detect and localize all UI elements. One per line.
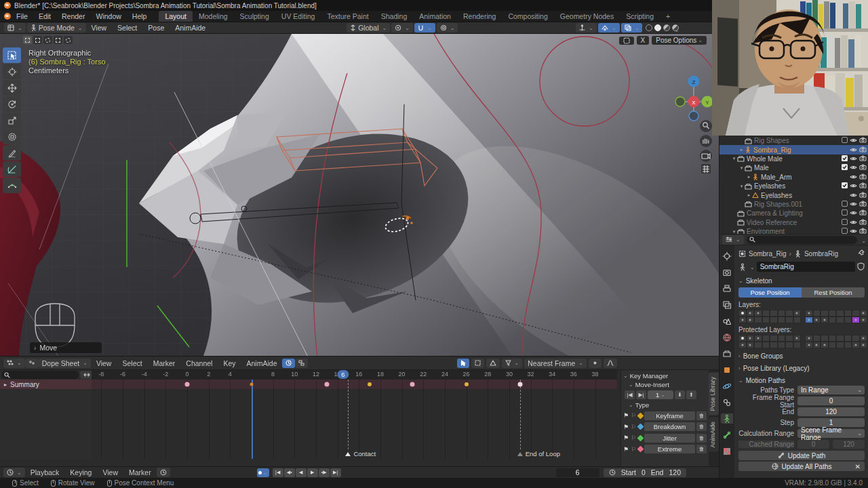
eye-icon[interactable] [850,146,857,154]
jump-to-end-button[interactable]: ▶| [330,468,341,477]
camera-icon[interactable] [859,164,867,171]
fake-user-shield-icon[interactable] [857,262,865,272]
layer-toggle[interactable] [836,310,844,317]
camera-icon[interactable] [859,182,867,190]
layer-toggle[interactable] [860,317,868,323]
jump-right-icon[interactable]: ▶| [636,390,646,399]
tab-bone[interactable] [721,430,733,440]
deselect-flag-icon[interactable]: ⚐ [631,412,637,419]
ds-nla-icon[interactable] [295,359,308,368]
layer-toggle[interactable] [785,310,793,317]
layer-toggle[interactable] [829,310,837,317]
timeline-marker[interactable]: End of Loop [517,450,560,458]
tab-render[interactable] [721,267,733,277]
eye-icon[interactable] [850,137,857,144]
ds-filter-icon[interactable] [502,359,523,368]
layer-toggle[interactable] [762,317,770,323]
play-reverse-button[interactable]: ◀ [296,468,307,477]
layer-toggle[interactable] [770,335,778,342]
end-value[interactable]: 120 [669,468,681,476]
camera-icon[interactable] [859,137,867,144]
outliner-search-input[interactable] [747,236,858,244]
keyframe-dot[interactable] [368,382,372,386]
timeline-menu-item[interactable]: View [97,468,123,476]
layer-toggle[interactable] [829,317,837,323]
pose-options-icon[interactable] [619,37,634,45]
layer-toggle[interactable] [813,335,821,342]
tab-view-layer[interactable] [721,300,733,310]
mode-selector[interactable]: Pose Mode [27,23,86,33]
tab-scene[interactable] [721,316,733,326]
tab-collection[interactable] [721,348,733,359]
annotate-tool[interactable] [3,145,21,161]
editor-type-selector[interactable] [4,23,26,33]
show-overlays-toggle[interactable] [598,23,620,33]
key-type-button[interactable]: Keyframe [644,411,695,420]
rotate-tool[interactable] [3,96,21,112]
workspace-tab-compositing[interactable]: Compositing [502,11,553,22]
ds-menu-item[interactable]: Marker [148,359,181,367]
eye-icon[interactable] [850,201,857,208]
outliner-row[interactable]: ▾Environment [719,227,868,234]
pivot-point-dropdown[interactable] [391,23,413,33]
armature-name-field[interactable]: SombraRig [757,262,855,272]
operator-panel-move[interactable]: Move [30,342,102,353]
ds-errors-icon[interactable] [486,359,500,368]
layer-toggle[interactable] [754,342,762,348]
layer-toggle[interactable] [770,310,778,317]
select-flag-icon[interactable]: ⚑ [623,424,629,430]
close-icon[interactable]: ✕ [855,463,861,470]
layers-grid[interactable] [738,310,865,323]
show-gizmo-dropdown[interactable] [576,23,597,33]
pose-library-panel-header[interactable]: Pose Library (Legacy) [738,363,865,373]
workspace-tab-uv-editing[interactable]: UV Editing [275,11,321,22]
rendered-shading-button[interactable] [672,24,679,31]
viewport-menu-item[interactable]: Select [112,24,142,32]
checkbox-empty-icon[interactable] [842,209,848,217]
timeline-sync-icon[interactable] [157,468,170,477]
camera-icon[interactable] [859,201,867,208]
deselect-flag-icon[interactable]: ⚐ [631,446,637,453]
transform-orientation-dropdown[interactable]: Global [347,23,390,33]
auto-keying-toggle[interactable] [257,468,269,477]
tab-object-data[interactable] [721,413,733,424]
layer-toggle[interactable] [805,335,813,342]
layer-toggle[interactable] [860,335,868,342]
eye-icon[interactable] [850,182,857,190]
pin-icon[interactable] [858,249,865,258]
select-flag-icon[interactable]: ⚑ [623,446,629,453]
checkbox-empty-icon[interactable] [842,219,848,226]
camera-icon[interactable] [859,192,867,199]
keyframe-dot[interactable] [517,382,522,387]
deselect-flag-icon[interactable]: ⚐ [631,434,637,441]
viewport-3d[interactable]: Z Y X [0,34,719,356]
layer-toggle[interactable] [821,342,829,348]
layer-toggle[interactable] [836,317,844,323]
menu-item[interactable]: Edit [33,12,56,20]
camera-icon[interactable] [859,146,867,154]
outliner-row[interactable]: ▸Eyelashes [719,190,868,199]
layer-toggle[interactable] [844,335,852,342]
trash-icon[interactable]: 🗑 [696,411,707,420]
workspace-tab-texture-paint[interactable]: Texture Paint [321,11,374,22]
proportional-edit-icon[interactable] [589,359,601,368]
tab-world[interactable] [721,332,733,342]
eye-icon[interactable] [850,219,857,226]
key-type-button[interactable]: Extreme [644,445,695,453]
type-header[interactable]: Type [623,401,707,409]
select-paint-mode[interactable] [64,36,73,44]
pose-position-button[interactable]: Pose Position [738,287,802,298]
workspace-tab-scripting[interactable]: Scripting [620,11,660,22]
layer-toggle[interactable] [754,335,762,342]
measure-tool[interactable] [3,161,21,177]
wireframe-shading-button[interactable] [646,24,652,31]
add-workspace-button[interactable]: + [660,11,676,22]
menu-item[interactable]: Help [127,12,153,20]
tab-constraints[interactable] [721,397,733,407]
cursor-tool[interactable] [3,64,21,79]
tab-object[interactable] [721,365,733,375]
layer-toggle[interactable] [821,335,829,342]
layer-toggle[interactable] [844,342,852,348]
tab-animaide[interactable]: AnimAide [709,418,719,452]
app-menu-icon[interactable] [4,13,11,20]
